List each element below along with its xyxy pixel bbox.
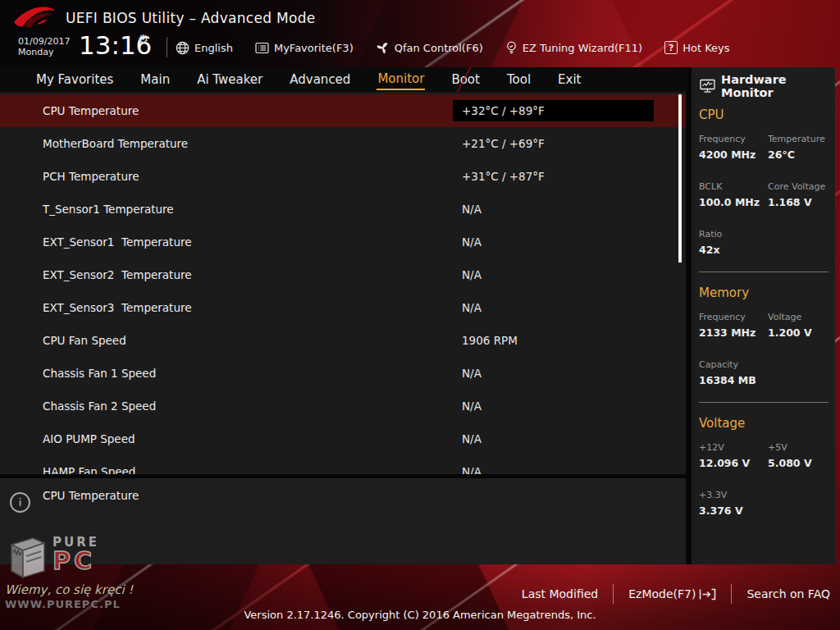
last-modified-button[interactable]: Last Modified [522, 587, 598, 600]
time-settings-gear-icon[interactable]: ⚙ [138, 32, 148, 47]
row-cpu-fan-speed[interactable]: CPU Fan Speed 1906 RPM [0, 324, 686, 357]
monitor-rows: CPU Temperature +32°C / +89°F MotherBoar… [0, 92, 686, 474]
ez-tuning-label: EZ Tuning Wizard(F11) [523, 42, 642, 54]
row-ext-sensor3-temperature[interactable]: EXT_Sensor3 Temperature N/A [0, 291, 686, 324]
ez-mode-label: EzMode(F7) [628, 587, 696, 600]
row-label: Chassis Fan 1 Speed [43, 367, 156, 380]
tab-my-favorites[interactable]: My Favorites [35, 70, 114, 89]
row-cpu-temperature[interactable]: CPU Temperature +32°C / +89°F [0, 94, 686, 127]
quick-access-toolbar: English MyFavorite(F3) [176, 36, 730, 59]
hot-keys-button[interactable]: ? Hot Keys [664, 41, 729, 54]
row-chassis-fan2-speed[interactable]: Chassis Fan 2 Speed N/A [0, 390, 686, 422]
tab-exit[interactable]: Exit [557, 70, 582, 89]
field-voltage-3v3: +3.3V 3.376 V [699, 490, 768, 518]
row-value: N/A [462, 203, 482, 216]
row-pch-temperature[interactable]: PCH Temperature +31°C / +87°F [0, 160, 686, 193]
row-label: EXT_Sensor1 Temperature [43, 235, 192, 249]
weekday-text: Monday [18, 47, 70, 57]
row-ext-sensor1-temperature[interactable]: EXT_Sensor1 Temperature N/A [0, 226, 686, 258]
hardware-monitor-icon [700, 79, 715, 94]
row-label: HAMP Fan Speed [43, 465, 135, 474]
tab-boot[interactable]: Boot [450, 70, 481, 89]
main-menu-bar: My Favorites Main Ai Tweaker Advanced Mo… [0, 67, 687, 92]
ez-tuning-wizard-button[interactable]: EZ Tuning Wizard(F11) [505, 41, 642, 55]
item-help-panel: i CPU Temperature [0, 478, 686, 564]
purepc-tagline: Wiemy, co się kręci ! [5, 582, 161, 597]
myfavorite-label: MyFavorite(F3) [274, 42, 354, 54]
hardware-monitor-header: Hardware Monitor [692, 67, 835, 99]
row-aio-pump-speed[interactable]: AIO PUMP Speed N/A [0, 422, 686, 455]
date-text: 01/09/2017 [18, 36, 70, 47]
row-tsensor1-temperature[interactable]: T_Sensor1 Temperature N/A [0, 193, 686, 226]
field-empty [768, 490, 835, 518]
field-voltage-5v: +5V 5.080 V [768, 442, 835, 470]
field-cpu-bclk: BCLK 100.0 MHz [699, 181, 768, 209]
row-value: N/A [462, 465, 482, 474]
field-cpu-temperature: Temperature 26°C [768, 134, 835, 162]
row-value: N/A [462, 235, 482, 249]
sidebar-divider [699, 402, 829, 403]
date-block: 01/09/2017 Monday [18, 36, 70, 57]
top-banner: UEFI BIOS Utility – Advanced Mode 01/09/… [0, 0, 840, 67]
rog-logo-icon [13, 4, 56, 31]
hardware-monitor-title: Hardware Monitor [721, 73, 835, 99]
field-voltage-12v: +12V 12.096 V [699, 442, 768, 470]
scrollbar-thumb[interactable] [678, 94, 682, 262]
row-chassis-fan1-speed[interactable]: Chassis Fan 1 Speed N/A [0, 357, 686, 390]
qfan-label: Qfan Control(F6) [395, 42, 483, 54]
row-value: N/A [462, 268, 482, 281]
row-value: +21°C / +69°F [462, 137, 545, 150]
language-button[interactable]: English [176, 41, 233, 55]
row-label: AIO PUMP Speed [43, 432, 135, 445]
field-empty [768, 229, 835, 257]
app-title: UEFI BIOS Utility – Advanced Mode [66, 10, 316, 26]
row-label: PCH Temperature [43, 170, 139, 183]
row-value: +31°C / +87°F [462, 170, 545, 183]
tab-advanced[interactable]: Advanced [289, 70, 351, 89]
row-value-box[interactable]: +32°C / +89°F [453, 100, 654, 121]
item-help-text: CPU Temperature [43, 489, 139, 502]
search-on-faq-button[interactable]: Search on FAQ [746, 587, 830, 600]
row-motherboard-temperature[interactable]: MotherBoard Temperature +21°C / +69°F [0, 127, 686, 160]
tab-main[interactable]: Main [139, 70, 171, 89]
ez-mode-button[interactable]: EzMode(F7) [628, 587, 716, 600]
ez-mode-exit-icon [699, 588, 716, 600]
monitor-list-panel: CPU Temperature +32°C / +89°F MotherBoar… [0, 92, 686, 474]
field-cpu-frequency: Frequency 4200 MHz [699, 134, 768, 162]
footer-links: Last Modified EzMode(F7) Search on FAQ [522, 582, 830, 605]
section-heading-voltage: Voltage [699, 416, 835, 431]
row-label: CPU Fan Speed [43, 334, 126, 347]
footer-separator [613, 584, 614, 604]
qfan-control-button[interactable]: Qfan Control(F6) [376, 41, 483, 55]
cpu-fields: Frequency 4200 MHz Temperature 26°C BCLK… [699, 134, 835, 257]
bios-version-text: Version 2.17.1246. Copyright (C) 2016 Am… [0, 609, 840, 621]
tab-ai-tweaker[interactable]: Ai Tweaker [196, 70, 263, 89]
sidebar-divider [699, 272, 829, 272]
row-value: N/A [462, 432, 482, 445]
tab-monitor[interactable]: Monitor [377, 69, 425, 90]
row-value: N/A [462, 301, 482, 314]
row-label: MotherBoard Temperature [43, 137, 188, 150]
row-hamp-fan-speed[interactable]: HAMP Fan Speed N/A [0, 455, 686, 474]
footer-separator [731, 584, 732, 604]
toolbar-divider [167, 37, 167, 57]
row-label: EXT_Sensor2 Temperature [43, 268, 192, 281]
ez-tuning-bulb-icon [505, 41, 518, 55]
language-label: English [194, 42, 233, 54]
tab-tool[interactable]: Tool [506, 70, 532, 89]
globe-icon [176, 41, 189, 55]
qfan-icon [376, 41, 390, 55]
row-value: 1906 RPM [462, 334, 518, 347]
row-label: CPU Temperature [43, 104, 139, 117]
row-label: EXT_Sensor3 Temperature [43, 301, 192, 314]
hotkeys-question-icon: ? [664, 41, 678, 54]
myfavorite-icon [255, 42, 269, 54]
section-heading-memory: Memory [699, 285, 835, 300]
section-heading-cpu: CPU [699, 107, 835, 122]
myfavorite-button[interactable]: MyFavorite(F3) [255, 42, 354, 54]
field-cpu-core-voltage: Core Voltage 1.168 V [768, 181, 835, 209]
hardware-monitor-sidebar: Hardware Monitor CPU Frequency 4200 MHz … [692, 67, 835, 564]
row-label: Chassis Fan 2 Speed [43, 399, 156, 413]
row-ext-sensor2-temperature[interactable]: EXT_Sensor2 Temperature N/A [0, 258, 686, 291]
memory-fields: Frequency 2133 MHz Voltage 1.200 V Capac… [699, 312, 835, 387]
